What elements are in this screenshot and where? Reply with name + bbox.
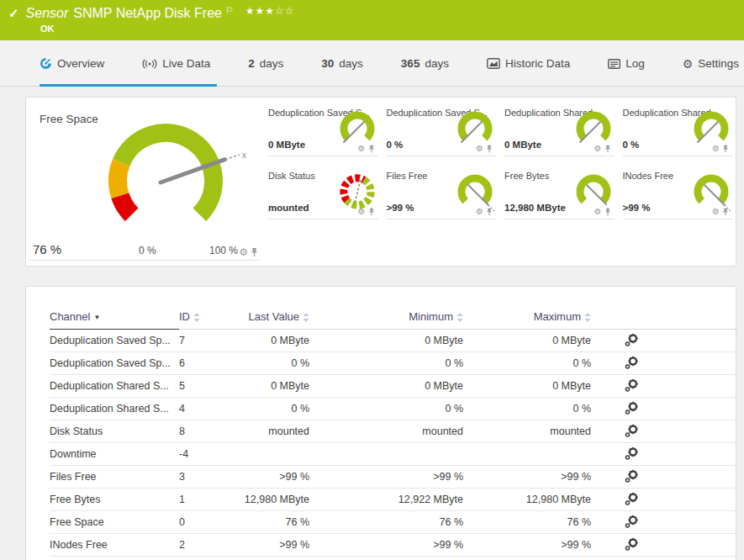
channel-settings-icon[interactable]	[625, 333, 639, 349]
free-space-gauge: x	[82, 99, 254, 252]
channel-settings-icon[interactable]	[625, 537, 639, 553]
tab-365-days[interactable]: 365 days	[401, 57, 449, 70]
header-id[interactable]: ID	[179, 307, 238, 330]
cell-last-value: >99 %	[238, 534, 309, 557]
cell-channel[interactable]: Files Free	[50, 466, 179, 489]
cell-last-value: 76 %	[238, 511, 309, 534]
cell-actions	[591, 466, 737, 489]
cell-channel[interactable]: INodes Free	[50, 534, 179, 557]
channel-settings-icon[interactable]	[625, 356, 639, 372]
pin-icon[interactable]	[486, 208, 493, 216]
sort-desc-icon: ▼	[93, 314, 100, 321]
channel-settings-icon[interactable]	[625, 469, 639, 485]
cell-channel[interactable]: Free Space	[50, 511, 179, 534]
header-channel[interactable]: Channel▼	[50, 307, 179, 330]
cell-id: 3	[179, 466, 238, 489]
cell-minimum: 0 %	[309, 352, 463, 375]
cell-maximum: 0 %	[463, 352, 591, 375]
channels-panel: Channel▼ ID Last Value Minimum Maximum D…	[25, 286, 736, 560]
channel-settings-icon[interactable]	[625, 492, 639, 508]
status-badge: OK	[40, 24, 55, 34]
cell-channel[interactable]: Downtime	[50, 443, 179, 466]
gauge-tile-dedup-saved-pct: Deduplication Saved S... 0 % ⚙	[387, 104, 497, 156]
cell-minimum: 0 MByte	[309, 330, 463, 352]
cell-maximum: 0 %	[463, 398, 591, 420]
cell-minimum	[309, 443, 463, 466]
channel-settings-icon[interactable]	[625, 446, 639, 462]
tab-30-days[interactable]: 30 days	[321, 57, 363, 70]
gear-icon[interactable]: ⚙	[239, 246, 248, 258]
gear-icon[interactable]: ⚙	[712, 207, 720, 216]
header-minimum[interactable]: Minimum	[309, 307, 463, 330]
flag-icon[interactable]: ⚐	[225, 5, 234, 16]
cell-id: 5	[179, 375, 238, 398]
pin-icon[interactable]	[368, 145, 375, 153]
cell-channel[interactable]: Deduplication Shared S...	[50, 375, 179, 398]
gear-icon[interactable]: ⚙	[476, 144, 483, 153]
gear-icon[interactable]: ⚙	[358, 207, 366, 216]
free-space-value: 76 %	[33, 242, 61, 256]
channel-settings-icon[interactable]	[625, 424, 639, 440]
gear-icon[interactable]: ⚙	[476, 207, 483, 216]
tab-2-days[interactable]: 2 days	[248, 57, 283, 70]
cell-id: -4	[179, 443, 238, 466]
cell-last-value: 12,980 MByte	[238, 489, 309, 511]
pin-icon[interactable]	[722, 208, 729, 216]
object-kind-label: Sensor	[26, 6, 69, 21]
pin-icon[interactable]	[251, 247, 258, 257]
gear-icon[interactable]: ⚙	[594, 144, 602, 153]
active-tab-underline	[40, 84, 217, 87]
channel-settings-icon[interactable]	[625, 515, 639, 531]
peak-marker: x	[242, 151, 246, 160]
cell-maximum: 0 MByte	[463, 330, 591, 352]
pin-icon[interactable]	[486, 145, 493, 153]
cell-maximum: >99 %	[463, 466, 591, 489]
table-row: Downtime-4	[50, 443, 737, 466]
tab-overview[interactable]: Overview	[40, 57, 104, 70]
tab-settings[interactable]: ⚙ Settings	[683, 57, 739, 71]
gauge-value: 0 MByte	[504, 140, 541, 150]
tab-log[interactable]: Log	[608, 57, 645, 70]
tab-historic-data[interactable]: Historic Data	[487, 57, 570, 70]
pin-icon[interactable]	[722, 145, 729, 153]
tab-historic-data-label: Historic Data	[505, 57, 570, 70]
gauge-value: 0 MByte	[268, 140, 305, 150]
cell-last-value	[238, 443, 309, 466]
gear-icon[interactable]: ⚙	[594, 207, 602, 216]
pin-icon[interactable]	[604, 145, 611, 153]
gauge-max-label: 100 %	[209, 245, 238, 256]
tab-365-days-number: 365	[401, 57, 420, 70]
page-title: SNMP NetApp Disk Free	[73, 6, 222, 21]
channel-settings-icon[interactable]	[625, 401, 639, 417]
header-last-value[interactable]: Last Value	[238, 307, 309, 330]
gauge-tile-dedup-shared-bytes: Deduplication Shared ... 0 MByte ⚙	[504, 104, 615, 156]
cell-actions	[591, 420, 737, 443]
cell-minimum: mounted	[309, 420, 463, 443]
broadcast-icon	[142, 59, 157, 69]
cell-channel[interactable]: Disk Status	[50, 420, 179, 443]
header-maximum[interactable]: Maximum	[463, 307, 591, 330]
cell-channel[interactable]: Deduplication Saved Sp...	[50, 352, 179, 375]
cell-id: 0	[179, 511, 238, 534]
pin-icon[interactable]	[604, 208, 611, 216]
gauge-value: 12,980 MByte	[504, 203, 566, 213]
gauge-value: mounted	[268, 203, 309, 213]
cell-minimum: 12,922 MByte	[309, 489, 463, 511]
tab-2-days-label: days	[260, 57, 284, 70]
cell-minimum: >99 %	[309, 534, 463, 557]
cell-actions	[591, 443, 737, 466]
cell-channel[interactable]: Deduplication Shared S...	[50, 398, 179, 420]
tab-365-days-label: days	[425, 57, 449, 70]
cell-minimum: 0 MByte	[309, 375, 463, 398]
tab-live-data[interactable]: Live Data	[142, 57, 210, 70]
channel-settings-icon[interactable]	[625, 378, 639, 394]
cell-id: 8	[179, 420, 238, 443]
gear-icon[interactable]: ⚙	[358, 144, 366, 153]
gear-icon[interactable]: ⚙	[712, 144, 720, 153]
sort-icon	[584, 313, 591, 322]
pin-icon[interactable]	[368, 208, 375, 216]
cell-channel[interactable]: Deduplication Saved Sp...	[50, 330, 179, 352]
priority-stars[interactable]: ★★★☆☆	[245, 5, 295, 17]
cell-channel[interactable]: Free Bytes	[50, 489, 179, 511]
gauge-tile-dedup-saved-bytes: Deduplication Saved S... 0 MByte ⚙	[268, 104, 378, 156]
